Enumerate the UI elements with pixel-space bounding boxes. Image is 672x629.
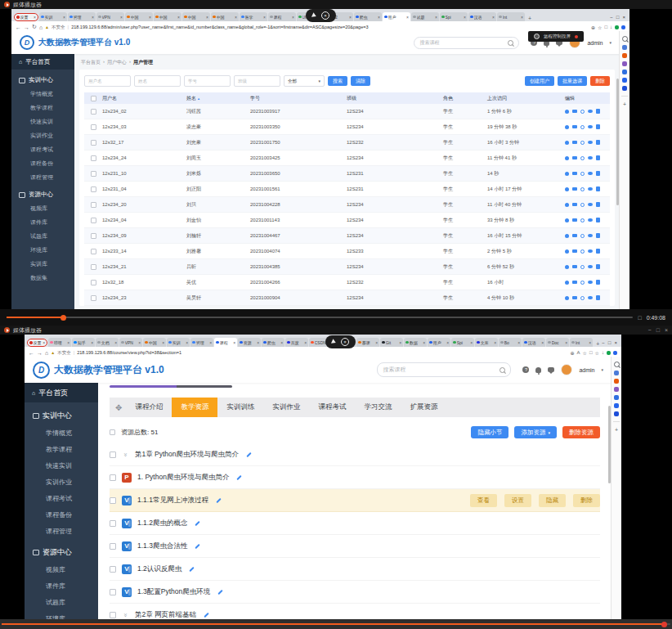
bell-icon[interactable] — [535, 367, 541, 373]
browser-tab[interactable]: Doc× — [546, 338, 569, 347]
tab-close-icon[interactable]: × — [349, 15, 352, 20]
browser-window-controls[interactable]: − □ × — [610, 15, 627, 21]
browser-tab[interactable]: 爬虫× — [354, 12, 382, 21]
player-control-overlay[interactable]: × — [306, 9, 336, 22]
tab-close-icon[interactable]: × — [423, 340, 425, 345]
browser-tab[interactable]: 课程× — [214, 338, 237, 347]
browser-tab[interactable]: 设置× — [14, 13, 38, 21]
cursor-icon[interactable] — [311, 12, 317, 19]
trash-icon[interactable] — [596, 140, 600, 145]
sidebar-item[interactable]: 课程备份 — [11, 156, 74, 170]
row-action-删除[interactable]: 删除 — [573, 494, 600, 507]
tab-close-icon[interactable]: × — [120, 15, 123, 20]
record-icon[interactable] — [580, 249, 585, 254]
chevron-double-down-icon[interactable]: » — [122, 611, 129, 618]
chevron-down-icon[interactable]: ▾ — [609, 40, 612, 45]
minimize-icon[interactable]: − — [648, 327, 652, 333]
close-overlay-icon[interactable]: × — [341, 338, 349, 346]
gear-icon[interactable] — [565, 203, 569, 207]
browser-tab[interactable]: VPN× — [119, 338, 142, 347]
delete-resource-button[interactable]: 删除资源 — [562, 426, 600, 438]
url-box[interactable]: ▲ 不安全 | 218.199.129.6:88/admin/user.php?… — [45, 25, 589, 30]
close-icon[interactable]: × — [665, 327, 668, 333]
tab-实训训练[interactable]: 实训训练 — [217, 398, 263, 417]
sidebar-item[interactable]: 快速实训 — [25, 457, 98, 474]
trash-icon[interactable] — [596, 249, 600, 254]
seek-handle[interactable] — [60, 315, 66, 321]
tab-close-icon[interactable]: × — [492, 15, 495, 20]
favorite-icon[interactable]: ☆ — [583, 350, 587, 356]
row-checkbox[interactable] — [110, 497, 116, 504]
tab-close-icon[interactable]: × — [406, 15, 409, 20]
sidebar-section-header[interactable]: 资源中心 — [25, 539, 98, 561]
browser-tab[interactable]: 知乎× — [72, 338, 95, 347]
record-icon[interactable] — [580, 172, 585, 176]
back-icon[interactable]: ← — [16, 25, 21, 30]
search-input[interactable]: 搜索课程 — [414, 37, 519, 49]
sidebar-item[interactable]: 视频库 — [25, 561, 98, 577]
collections-icon[interactable]: ☆ — [595, 350, 599, 356]
row-checkbox[interactable] — [91, 218, 96, 223]
browser-tab[interactable]: 试题× — [411, 12, 439, 21]
gear-icon[interactable] — [565, 218, 569, 222]
resource-title[interactable]: 1.1.3爬虫合法性 — [137, 541, 187, 551]
sidebar-item[interactable]: 环境库 — [11, 243, 74, 257]
tab-close-icon[interactable]: × — [263, 15, 266, 20]
eye-icon[interactable] — [588, 187, 593, 191]
eye-icon[interactable] — [588, 156, 593, 159]
sidebar-item-home[interactable]: ⌂平台首页 — [11, 54, 74, 70]
browser-tab[interactable]: 数据× — [404, 338, 427, 347]
shopping-icon[interactable] — [622, 53, 627, 58]
home-icon[interactable]: ⌂ — [39, 25, 43, 30]
browser-tab[interactable]: 汉语× — [522, 338, 545, 347]
card-icon[interactable] — [572, 265, 577, 269]
tab-close-icon[interactable]: × — [114, 340, 117, 345]
minimize-icon[interactable]: − — [610, 15, 613, 20]
tab-close-icon[interactable]: × — [470, 340, 473, 345]
edit-pencil-icon[interactable] — [204, 612, 208, 617]
record-icon[interactable] — [580, 156, 585, 160]
minimize-icon[interactable]: − — [602, 340, 605, 345]
url-box[interactable]: ▲ 不安全 | 218.199.129.6:88/course/view.php… — [51, 350, 567, 356]
chevron-down-icon[interactable]: ▾ — [601, 367, 603, 372]
close-icon[interactable]: × — [614, 340, 617, 345]
card-icon[interactable] — [572, 172, 577, 176]
tab-close-icon[interactable]: × — [378, 15, 380, 20]
seek-handle[interactable] — [661, 622, 667, 627]
zoom-icon[interactable]: ⊕ — [571, 350, 575, 356]
trash-icon[interactable] — [596, 171, 600, 176]
sidebar-item[interactable]: 学情概览 — [25, 425, 98, 441]
forward-icon[interactable]: → — [37, 350, 43, 356]
tab-close-icon[interactable]: × — [138, 340, 141, 345]
restore-icon[interactable]: □ — [608, 340, 612, 345]
move-handle-icon[interactable]: ✥ — [115, 403, 122, 412]
row-checkbox[interactable] — [110, 452, 116, 458]
sidebar-item[interactable]: 试题库 — [11, 229, 74, 243]
sidebar-item[interactable]: 课件库 — [11, 215, 74, 229]
record-icon[interactable] — [580, 187, 585, 191]
browser-tab[interactable]: 汉语× — [468, 12, 496, 21]
tab-close-icon[interactable]: × — [257, 340, 259, 345]
split-icon[interactable]: □ — [604, 25, 607, 29]
sidebar-item[interactable]: 课程管理 — [11, 170, 74, 184]
browser-tab[interactable]: 中国× — [125, 12, 153, 21]
card-icon[interactable] — [572, 234, 577, 238]
row-action-隐藏[interactable]: 隐藏 — [539, 494, 566, 507]
sidebar-item[interactable]: 学情概览 — [11, 87, 74, 101]
browser-tab[interactable]: 中国× — [154, 12, 181, 21]
sidebar-item[interactable]: 课程备份 — [25, 506, 98, 523]
batch-enroll-button[interactable]: 批量选课 — [558, 76, 587, 86]
tab-close-icon[interactable]: × — [565, 340, 567, 345]
tab-close-icon[interactable]: × — [177, 15, 180, 20]
extension-icon[interactable] — [607, 351, 611, 355]
row-checkbox[interactable] — [91, 155, 96, 161]
browser-tab[interactable]: 文库× — [475, 338, 498, 347]
send-icon[interactable] — [614, 411, 619, 416]
gear-icon[interactable] — [565, 265, 569, 269]
tab-课程考试[interactable]: 课程考试 — [309, 398, 355, 417]
search-input[interactable]: 搜索课程 — [377, 362, 511, 377]
sidebar-item[interactable]: 试题库 — [25, 594, 98, 610]
tab-close-icon[interactable]: × — [235, 15, 237, 20]
card-icon[interactable] — [572, 296, 577, 300]
sidebar-item-home[interactable]: ⌂平台首页 — [25, 383, 98, 402]
